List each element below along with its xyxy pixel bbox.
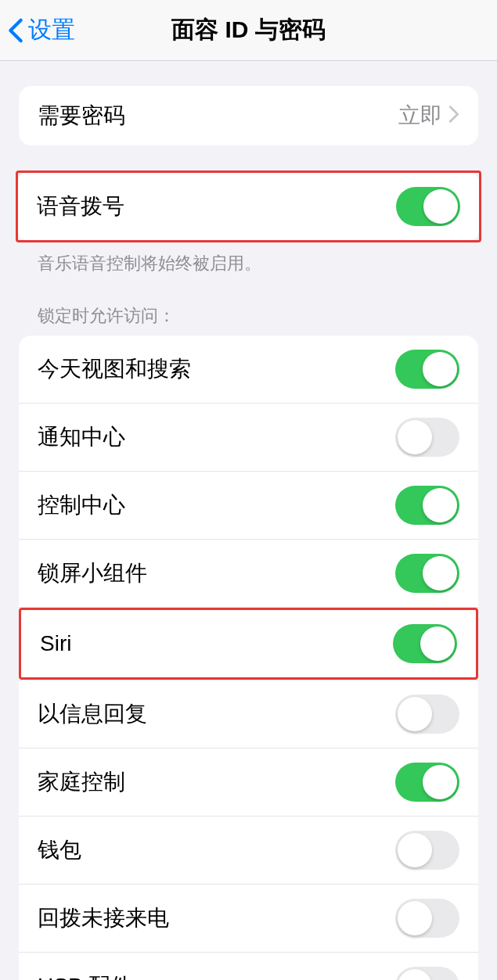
voice-dial-footer: 音乐语音控制将始终被启用。 [19,242,478,276]
reply-message-row: 以信息回复 [19,680,478,748]
wallet-row: 钱包 [19,817,478,885]
usb-accessories-label: USB 配件 [38,971,132,980]
lock-access-header: 锁定时允许访问： [19,276,478,336]
lock-access-section: 今天视图和搜索 通知中心 控制中心 锁屏小组件 Siri 以信息回复 家庭控制 [19,336,478,980]
back-label: 设置 [28,14,75,46]
page-title: 面容 ID 与密码 [171,14,326,46]
notification-center-toggle[interactable] [395,418,459,457]
lock-screen-widgets-row: 锁屏小组件 [19,540,478,608]
siri-highlight: Siri [19,608,478,680]
chevron-left-icon [8,17,23,44]
today-view-toggle[interactable] [395,350,459,389]
reply-message-label: 以信息回复 [38,699,147,729]
lock-screen-widgets-label: 锁屏小组件 [38,558,147,588]
notification-center-row: 通知中心 [19,404,478,472]
control-center-label: 控制中心 [38,490,125,520]
return-missed-calls-row: 回拨未接来电 [19,885,478,953]
home-control-toggle[interactable] [395,763,459,802]
require-passcode-label: 需要密码 [38,101,125,131]
voice-dial-section: 语音拨号 [18,173,479,240]
siri-label: Siri [40,631,71,656]
today-view-label: 今天视图和搜索 [38,354,191,384]
wallet-toggle[interactable] [395,831,459,870]
home-control-label: 家庭控制 [38,767,125,797]
require-passcode-row[interactable]: 需要密码 立即 [19,86,478,145]
require-passcode-value: 立即 [398,101,459,131]
voice-dial-highlight: 语音拨号 [16,171,481,242]
notification-center-label: 通知中心 [38,422,125,452]
voice-dial-toggle[interactable] [396,187,460,226]
navigation-header: 设置 面容 ID 与密码 [0,0,497,61]
today-view-row: 今天视图和搜索 [19,336,478,404]
siri-row: Siri [21,610,476,677]
return-missed-calls-label: 回拨未接来电 [38,903,169,933]
return-missed-calls-toggle[interactable] [395,899,459,938]
wallet-label: 钱包 [38,835,81,865]
home-control-row: 家庭控制 [19,748,478,817]
reply-message-toggle[interactable] [395,695,459,734]
require-passcode-section: 需要密码 立即 [19,86,478,145]
control-center-row: 控制中心 [19,472,478,540]
lock-screen-widgets-toggle[interactable] [395,554,459,593]
back-button[interactable]: 设置 [0,14,75,46]
voice-dial-label: 语音拨号 [37,192,124,221]
siri-toggle[interactable] [393,624,457,663]
chevron-right-icon [448,105,459,127]
usb-accessories-toggle[interactable] [395,967,459,980]
require-passcode-value-text: 立即 [398,101,442,131]
control-center-toggle[interactable] [395,486,459,525]
voice-dial-row: 语音拨号 [18,173,479,240]
usb-accessories-row: USB 配件 [19,953,478,980]
